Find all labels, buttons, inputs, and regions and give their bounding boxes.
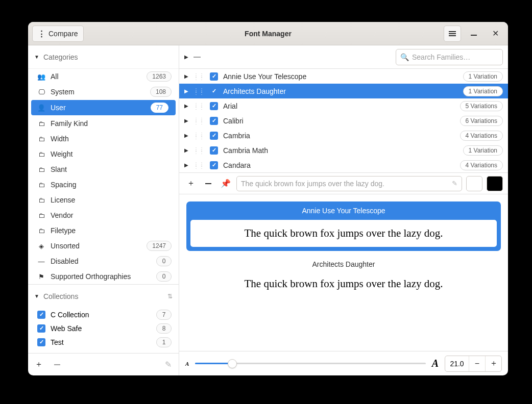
checkbox-icon[interactable]: ✓	[210, 161, 218, 169]
preview-card-selected[interactable]: Annie Use Your Telescope The quick brown…	[186, 201, 501, 251]
size-value[interactable]: 21.0	[445, 360, 469, 368]
foreground-color-swatch[interactable]	[466, 176, 482, 191]
drag-handle-icon[interactable]: ⋮⋮⋮⋮	[194, 148, 205, 153]
category-icon: 🗀	[37, 120, 45, 128]
collection-item[interactable]: ✓Web Safe8	[28, 321, 179, 335]
expand-icon[interactable]: ▶	[184, 162, 188, 168]
variation-count: 1 Variation	[463, 145, 503, 156]
sort-icon[interactable]: ⇅	[167, 293, 173, 300]
font-row[interactable]: ▶⋮⋮⋮⋮✓Annie Use Your Telescope1 Variatio…	[179, 69, 508, 84]
size-decrease-button[interactable]: −	[469, 356, 485, 372]
expand-icon[interactable]: ▶	[184, 88, 188, 94]
variation-count: 6 Variations	[460, 116, 503, 126]
remove-font-button[interactable]	[202, 177, 215, 190]
sidebar: ▼ Categories 👥All1263🖵System108👤User77🗀F…	[28, 45, 179, 375]
font-name: Annie Use Your Telescope	[223, 72, 458, 81]
drag-handle-icon[interactable]: ⋮⋮⋮⋮	[194, 74, 205, 79]
slider-thumb[interactable]	[228, 359, 237, 368]
collection-item[interactable]: ✓C Collection7	[28, 308, 179, 321]
category-item[interactable]: —Disabled0	[28, 254, 179, 269]
drag-handle-icon[interactable]: ⋮⋮⋮⋮	[194, 89, 205, 94]
font-row[interactable]: ▶⋮⋮⋮⋮✓Architects Daughter1 Variation	[179, 84, 508, 98]
category-item[interactable]: 🗀License	[28, 192, 179, 208]
main-pane: ▶ 🔍 ▶⋮⋮⋮⋮✓Annie Use Your Telescope1 Vari…	[179, 45, 508, 375]
expand-icon[interactable]: ▶	[184, 147, 188, 153]
category-item[interactable]: 👥All1263	[28, 69, 179, 84]
drag-handle-icon[interactable]: ⋮⋮⋮⋮	[194, 118, 205, 123]
checkbox-icon[interactable]: ✓	[210, 102, 218, 110]
drag-handle-icon[interactable]: ⋮⋮⋮⋮	[194, 104, 205, 109]
add-font-button[interactable]: ＋	[184, 177, 198, 190]
checkbox-icon[interactable]: ✓	[37, 324, 45, 333]
checkbox-icon[interactable]: ✓	[210, 72, 218, 81]
compare-button[interactable]: Compare	[32, 26, 84, 42]
checkbox-icon[interactable]: ✓	[37, 338, 45, 346]
category-item[interactable]: 🗀Width	[28, 131, 179, 146]
hamburger-menu-button[interactable]	[444, 26, 461, 42]
expand-icon[interactable]: ▶	[184, 118, 188, 123]
expand-icon[interactable]: ▶	[184, 73, 188, 79]
category-icon: 🗀	[37, 135, 45, 143]
sample-text-input[interactable]	[241, 180, 449, 188]
pin-button[interactable]: 📌	[219, 177, 232, 190]
category-icon: 🗀	[37, 181, 45, 189]
app-window: Compare Font Manager ✕ ▼ Categories 👥All…	[28, 22, 508, 375]
category-item[interactable]: 🗀Spacing	[28, 177, 179, 192]
main-toolbar-top: ▶ 🔍	[179, 45, 508, 69]
headerbar: Compare Font Manager ✕	[28, 22, 508, 45]
font-row[interactable]: ▶⋮⋮⋮⋮✓Cambria Math1 Variation	[179, 143, 508, 158]
category-item[interactable]: 🗀Filetype	[28, 223, 179, 238]
category-count: 77	[151, 103, 168, 113]
variation-count: 1 Variation	[463, 71, 503, 82]
window-title: Font Manager	[28, 30, 508, 38]
edit-collection-button[interactable]: ✎	[162, 359, 174, 370]
minimize-button[interactable]	[465, 26, 482, 42]
search-input[interactable]	[412, 53, 501, 61]
sample-text-field[interactable]: ✎	[236, 176, 462, 191]
collection-item[interactable]: ✓Test1	[28, 335, 179, 349]
checkbox-icon[interactable]: ✓	[37, 311, 45, 319]
category-count: 0	[156, 271, 172, 282]
size-spinner: 21.0 − ＋	[445, 356, 502, 372]
checkbox-icon[interactable]: ✓	[210, 87, 218, 95]
checkbox-icon[interactable]: ✓	[210, 117, 218, 125]
expand-right-icon[interactable]: ▶	[184, 54, 188, 60]
drag-handle-icon[interactable]: ⋮⋮⋮⋮	[194, 133, 205, 138]
category-item[interactable]: 👤User77	[31, 100, 176, 115]
collections-header[interactable]: ▼ Collections ⇅	[28, 284, 179, 308]
font-row[interactable]: ▶⋮⋮⋮⋮✓Cambria4 Variations	[179, 128, 508, 143]
category-item[interactable]: 🗀Family Kind	[28, 116, 179, 131]
font-row[interactable]: ▶⋮⋮⋮⋮✓Arial5 Variations	[179, 98, 508, 113]
background-color-swatch[interactable]	[487, 176, 503, 191]
size-increase-button[interactable]: ＋	[485, 356, 501, 372]
collection-label: C Collection	[51, 311, 151, 319]
category-item[interactable]: 🗀Vendor	[28, 208, 179, 223]
variation-count: 5 Variations	[460, 101, 503, 111]
category-item[interactable]: ⚑Supported Orthographies0	[28, 269, 179, 284]
expand-icon[interactable]: ▶	[184, 133, 188, 138]
add-collection-button[interactable]: ＋	[33, 359, 44, 370]
category-item[interactable]: 🖵System108	[28, 84, 179, 99]
font-row[interactable]: ▶⋮⋮⋮⋮✓Candara4 Variations	[179, 158, 508, 172]
preview-sample: The quick brown fox jumps over the lazy …	[186, 277, 501, 290]
collection-count: 7	[156, 310, 172, 320]
remove-collection-button[interactable]	[52, 359, 63, 370]
drag-handle-icon[interactable]: ⋮⋮⋮⋮	[194, 163, 205, 168]
category-label: Weight	[51, 150, 172, 158]
categories-header[interactable]: ▼ Categories	[28, 45, 179, 69]
checkbox-icon[interactable]: ✓	[210, 146, 218, 155]
category-item[interactable]: 🗀Weight	[28, 146, 179, 162]
font-row[interactable]: ▶⋮⋮⋮⋮✓Calibri6 Variations	[179, 113, 508, 128]
collapse-icon[interactable]	[194, 57, 201, 58]
edit-icon[interactable]: ✎	[452, 180, 457, 187]
chevron-down-icon: ▼	[34, 54, 39, 60]
font-name: Candara	[223, 161, 455, 169]
preview-card[interactable]: Architects Daughter The quick brown fox …	[186, 257, 501, 290]
size-slider[interactable]	[195, 359, 425, 369]
expand-icon[interactable]: ▶	[184, 103, 188, 109]
category-item[interactable]: ◈Unsorted1247	[28, 238, 179, 254]
search-field[interactable]: 🔍	[396, 49, 503, 65]
close-button[interactable]: ✕	[487, 26, 504, 42]
category-item[interactable]: 🗀Slant	[28, 162, 179, 177]
checkbox-icon[interactable]: ✓	[210, 132, 218, 140]
